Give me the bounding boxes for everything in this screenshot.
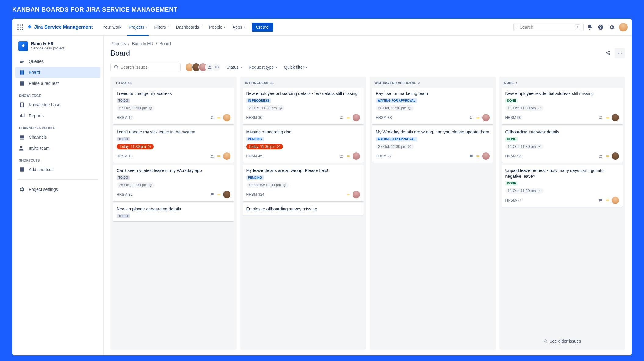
app-switcher-icon[interactable] bbox=[16, 24, 24, 31]
issue-search[interactable] bbox=[110, 63, 181, 71]
issue-key: HRSM-12 bbox=[117, 115, 133, 120]
project-type: Service desk project bbox=[31, 46, 64, 50]
priority-icon bbox=[346, 192, 351, 197]
issue-card[interactable]: I can't update my sick leave in the syst… bbox=[113, 126, 234, 163]
sidebar-item-label: Queues bbox=[29, 59, 44, 64]
assignee-avatar[interactable] bbox=[612, 197, 619, 204]
issue-card[interactable]: My leave details are all wrong. Please h… bbox=[243, 165, 364, 201]
svg-rect-21 bbox=[217, 194, 220, 194]
nav-dashboards[interactable]: Dashboards bbox=[173, 19, 205, 36]
product-logo[interactable]: Jira Service Management bbox=[27, 24, 93, 30]
filter-request-type[interactable]: Request type bbox=[248, 63, 279, 71]
help-icon[interactable] bbox=[596, 22, 606, 32]
card-title: Offboarding interview details bbox=[505, 129, 619, 135]
assignee-avatar[interactable] bbox=[612, 114, 619, 121]
svg-point-8 bbox=[22, 29, 23, 30]
issue-card[interactable]: New employee onboarding detailsTO DO bbox=[113, 203, 234, 221]
nav-people[interactable]: People bbox=[206, 19, 228, 36]
user-avatar[interactable] bbox=[619, 23, 628, 31]
svg-rect-36 bbox=[476, 118, 479, 118]
priority-icon bbox=[346, 154, 351, 159]
svg-point-18 bbox=[212, 155, 213, 156]
sidebar-heading-knowledge: KNOWLEDGE bbox=[15, 89, 100, 99]
issue-card[interactable]: Pay rise for marketing teamWAITING FOR A… bbox=[372, 88, 493, 124]
more-icon[interactable] bbox=[615, 48, 625, 58]
assignee-avatar[interactable] bbox=[353, 114, 360, 121]
svg-rect-41 bbox=[606, 117, 609, 117]
card-title: My Workday details are wrong, can you pl… bbox=[376, 129, 490, 135]
sidebar-item-label: Channels bbox=[29, 135, 47, 140]
assignee-avatar[interactable] bbox=[353, 191, 360, 198]
issue-card[interactable]: Unpaid leave request - how many days can… bbox=[502, 165, 623, 207]
board-icon bbox=[19, 69, 25, 75]
assignee-avatar[interactable] bbox=[223, 152, 230, 160]
global-search-input[interactable] bbox=[520, 25, 573, 30]
sidebar-item-raise-request[interactable]: Raise a request bbox=[15, 78, 100, 89]
breadcrumb-projects[interactable]: Projects bbox=[110, 41, 126, 46]
issue-card[interactable]: Offboarding interview detailsDONE11 Oct,… bbox=[502, 126, 623, 163]
assignee-avatar[interactable] bbox=[612, 152, 619, 160]
svg-point-44 bbox=[601, 155, 602, 156]
issue-card[interactable]: Can't see my latest leave in my Workday … bbox=[113, 165, 234, 201]
sidebar-item-add-shortcut[interactable]: Add shortcut bbox=[15, 164, 100, 175]
sidebar-heading-shortcuts: SHORTCUTS bbox=[15, 154, 100, 164]
issue-card[interactable]: My Workday details are wrong, can you pl… bbox=[372, 126, 493, 163]
sidebar-item-invite-team[interactable]: Invite team bbox=[15, 143, 100, 154]
card-title: New employee residential address still m… bbox=[505, 91, 619, 97]
issue-card[interactable]: New employee residential address still m… bbox=[502, 88, 623, 124]
card-title: New employee onboarding details - few de… bbox=[246, 91, 360, 97]
issue-card[interactable]: Employee offboarding survey missing bbox=[243, 203, 364, 215]
card-title: I need to change my address bbox=[117, 91, 230, 97]
svg-rect-35 bbox=[476, 117, 479, 117]
sidebar-item-reports[interactable]: Reports bbox=[15, 110, 100, 121]
svg-point-0 bbox=[17, 24, 19, 26]
assignee-avatar[interactable] bbox=[353, 152, 360, 160]
breadcrumb-board[interactable]: Board bbox=[159, 41, 171, 46]
priority-icon bbox=[216, 154, 221, 159]
create-button[interactable]: Create bbox=[252, 23, 273, 32]
settings-icon[interactable] bbox=[607, 22, 617, 32]
status-lozenge: WAITING FOR APPROVAL bbox=[376, 137, 417, 141]
priority-icon bbox=[605, 115, 610, 120]
svg-point-1 bbox=[20, 24, 21, 26]
assignee-avatar[interactable] bbox=[482, 114, 490, 121]
see-older-issues[interactable]: See older issues bbox=[502, 335, 623, 347]
issue-search-input[interactable] bbox=[121, 65, 177, 70]
sidebar-item-project-settings[interactable]: Project settings bbox=[15, 184, 100, 195]
svg-point-33 bbox=[470, 116, 471, 118]
issue-card[interactable]: Missing offboarding docPENDINGToday, 11:… bbox=[243, 126, 364, 163]
sidebar-item-knowledge-base[interactable]: Knowledge base bbox=[15, 99, 100, 110]
nav-your-work[interactable]: Your work bbox=[99, 19, 125, 36]
sidebar-item-queues[interactable]: Queues bbox=[15, 56, 100, 67]
card-title: Pay rise for marketing team bbox=[376, 91, 490, 97]
svg-point-4 bbox=[20, 27, 21, 28]
svg-rect-48 bbox=[606, 200, 609, 201]
sidebar-item-board[interactable]: Board bbox=[15, 67, 100, 78]
users-icon bbox=[469, 115, 474, 120]
card-list: New employee residential address still m… bbox=[502, 88, 623, 335]
issue-card[interactable]: I need to change my addressTO DO27 Oct, … bbox=[113, 88, 234, 124]
nav-apps[interactable]: Apps bbox=[230, 19, 248, 36]
avatar-stack[interactable]: +3 bbox=[185, 63, 221, 72]
svg-rect-46 bbox=[606, 156, 609, 156]
nav-projects[interactable]: Projects bbox=[126, 19, 150, 36]
global-search[interactable]: / bbox=[513, 23, 584, 31]
card-title: Can't see my latest leave in my Workday … bbox=[117, 168, 230, 173]
assignee-avatar[interactable] bbox=[482, 152, 490, 160]
notifications-icon[interactable] bbox=[585, 22, 595, 32]
status-lozenge: DONE bbox=[505, 181, 518, 186]
nav-filters[interactable]: Filters bbox=[151, 19, 172, 36]
assignee-avatar[interactable] bbox=[223, 114, 230, 121]
sidebar-item-channels[interactable]: Channels bbox=[15, 132, 100, 143]
avatar-more[interactable]: +3 bbox=[212, 63, 221, 72]
column-header: WAITING FOR APPROVAL2 bbox=[372, 79, 493, 88]
filter-quick-filter[interactable]: Quick filter bbox=[283, 63, 309, 71]
share-icon[interactable] bbox=[602, 48, 613, 58]
reports-icon bbox=[19, 113, 25, 119]
svg-rect-32 bbox=[347, 195, 349, 195]
filter-status[interactable]: Status bbox=[225, 63, 243, 71]
svg-rect-22 bbox=[217, 195, 220, 195]
breadcrumb-project[interactable]: Banc.ly HR bbox=[132, 41, 153, 46]
assignee-avatar[interactable] bbox=[223, 191, 230, 198]
issue-card[interactable]: New employee onboarding details - few de… bbox=[243, 88, 364, 124]
